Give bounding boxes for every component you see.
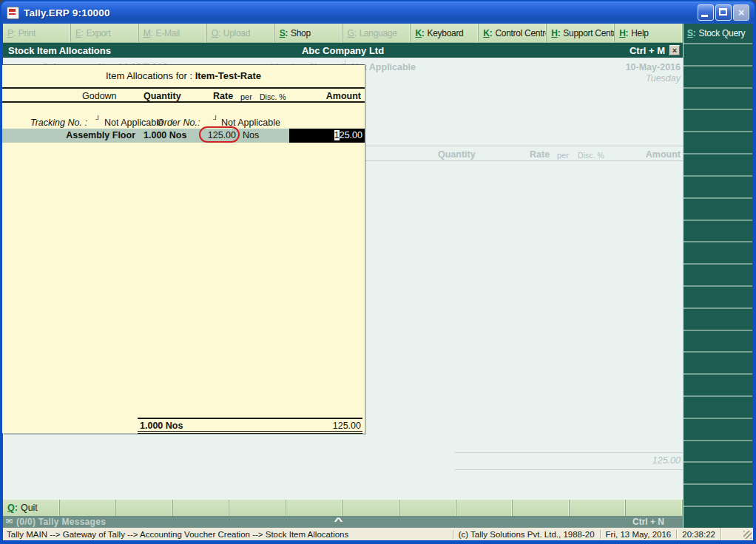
voucher-date: 10-May-2016: [626, 62, 681, 72]
voucher-total-line: [455, 452, 683, 453]
menu-item-shop[interactable]: S:Shop: [275, 24, 343, 42]
voucher-col-per: per: [557, 151, 569, 160]
titlebar: Tally.ERP 9:10000 ×: [1, 1, 755, 24]
button-bar-empty-segment: [626, 500, 683, 516]
panel-empty-cell: [684, 67, 752, 87]
row-amount-value: 25.00: [340, 130, 362, 140]
collapse-caret-icon[interactable]: ^: [334, 516, 343, 526]
button-bar-empty-segment: [116, 500, 173, 516]
screen-close-button[interactable]: ×: [669, 45, 680, 55]
dialog-title-prefix: Item Allocations for :: [106, 70, 192, 81]
tracking-no-value[interactable]: Not Applicable: [104, 118, 163, 128]
button-bar-empty-segment: [342, 500, 399, 516]
minimize-icon: [701, 15, 708, 17]
voucher-day: Tuesday: [646, 73, 681, 84]
panel-empty-cell: [684, 177, 752, 197]
total-double-line: [138, 431, 362, 434]
panel-empty-cell: [684, 154, 752, 175]
screen-shortcut: Ctrl + M: [630, 45, 665, 56]
screen-header: Stock Item Allocations Abc Company Ltd C…: [3, 43, 683, 58]
dialog-title: Item Allocations for : Item-Test-Rate: [2, 70, 365, 81]
button-bar-empty-segment: [456, 500, 513, 516]
tally-messages-label: (0/0) Tally Messages: [16, 517, 106, 527]
stock-query-button[interactable]: S:Stock Query: [684, 24, 752, 43]
button-bar-empty-segment: [286, 500, 343, 516]
menu-item-export[interactable]: E:Export: [71, 24, 139, 42]
panel-empty-cell: [684, 287, 752, 307]
resize-grip[interactable]: [743, 531, 752, 539]
panel-empty-cell: [684, 375, 752, 395]
menu-item-email[interactable]: M:E-Mail: [139, 24, 207, 42]
envelope-icon: ✉: [6, 517, 13, 526]
maximize-icon: [719, 8, 727, 16]
status-time: 20:38:22: [676, 530, 720, 539]
window-title: Tally.ERP 9:10000: [24, 7, 110, 18]
button-bar-empty-segment: [399, 500, 456, 516]
minimize-button[interactable]: [698, 4, 714, 21]
company-name: Abc Company Ltd: [3, 45, 683, 56]
messages-shortcut: Ctrl + N: [632, 517, 664, 527]
panel-empty-cell: [684, 199, 752, 220]
panel-empty-cell: [684, 309, 752, 330]
allocation-row[interactable]: Assembly Floor 1.000 Nos 125.00 Nos 125.…: [2, 129, 365, 143]
voucher-total-amount: 125.00: [652, 455, 681, 466]
breadcrumb: Tally MAIN --> Gateway of Tally --> Acco…: [3, 530, 453, 539]
amount-cursor: 1: [334, 130, 340, 140]
voucher-col-amount: Amount: [646, 149, 681, 160]
menu-item-control-centre[interactable]: K:Control Centre: [479, 24, 547, 42]
copyright-text: (c) Tally Solutions Pvt. Ltd., 1988-20: [453, 530, 600, 539]
col-quantity: Quantity: [144, 91, 181, 101]
panel-empty-cell: [684, 242, 752, 263]
tally-window: Tally.ERP 9:10000 × P:Print E:Export M:E…: [0, 0, 756, 544]
col-per: per: [240, 92, 252, 101]
voucher-col-disc: Disc. %: [578, 151, 604, 160]
list-end-icon: ┘: [95, 115, 101, 123]
total-line: [138, 418, 362, 419]
status-bar: Tally MAIN --> Gateway of Tally --> Acco…: [3, 528, 753, 540]
menu-item-keyboard[interactable]: K:Keyboard: [411, 24, 479, 42]
col-godown: Godown: [82, 91, 117, 101]
panel-empty-cell: [684, 331, 752, 352]
button-bar-empty-segment: [60, 500, 117, 516]
button-bar-empty-segment: [229, 500, 286, 516]
close-icon: ×: [734, 5, 749, 20]
item-allocations-dialog: Item Allocations for : Item-Test-Rate Go…: [2, 64, 365, 433]
col-rate: Rate: [213, 91, 233, 101]
col-disc: Disc. %: [260, 92, 286, 101]
panel-empty-cell: [684, 44, 752, 65]
menu-item-support-centre[interactable]: H:Support Centre: [547, 24, 615, 42]
dialog-item-name: Item-Test-Rate: [195, 70, 261, 81]
button-bar: Q:Quit: [3, 499, 683, 516]
right-panel: S:Stock Query: [683, 24, 752, 528]
row-quantity: 1.000 Nos: [144, 130, 186, 140]
tracking-no-label: Tracking No. :: [30, 118, 87, 128]
list-end-icon: ┘: [213, 115, 218, 123]
maximize-button[interactable]: [715, 4, 732, 21]
panel-empty-cell: [684, 353, 752, 373]
button-bar-empty-segment: [513, 500, 570, 516]
panel-empty-cell: [684, 265, 752, 285]
voucher-col-quantity: Quantity: [438, 149, 476, 160]
row-amount-field[interactable]: 125.00: [289, 129, 365, 143]
menu-item-help[interactable]: H:Help: [615, 24, 683, 42]
panel-empty-cell: [684, 441, 752, 462]
dialog-column-header-band: [2, 87, 365, 103]
voucher-table-line: [365, 160, 683, 161]
quit-button[interactable]: Q:Quit: [3, 500, 60, 516]
row-godown: Assembly Floor: [47, 130, 135, 140]
panel-empty-cell: [684, 110, 752, 131]
panel-empty-cell: [684, 221, 752, 242]
order-no-label: Order No.:: [157, 118, 200, 128]
menu-item-print[interactable]: P:Print: [3, 24, 71, 42]
menu-item-upload[interactable]: O:Upload: [207, 24, 275, 42]
close-button[interactable]: ×: [733, 4, 749, 21]
tally-messages-bar[interactable]: ✉ (0/0) Tally Messages ^ Ctrl + N: [3, 516, 683, 528]
menu-bar: P:Print E:Export M:E-Mail O:Upload S:Sho…: [3, 24, 683, 43]
status-tail: [720, 528, 753, 540]
total-quantity: 1.000 Nos: [140, 421, 183, 431]
menu-item-language[interactable]: G:Language: [343, 24, 411, 42]
panel-empty-cell: [684, 463, 752, 483]
panel-empty-cell: [684, 89, 752, 109]
app-icon: [7, 7, 19, 19]
panel-empty-cell: [684, 132, 752, 153]
